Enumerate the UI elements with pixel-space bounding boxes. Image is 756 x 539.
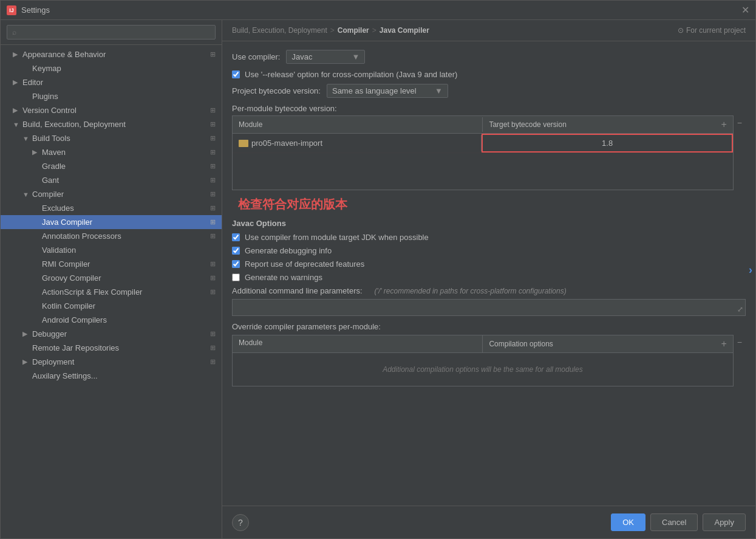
close-button[interactable]: ✕ (741, 4, 749, 16)
sidebar-item-keymap[interactable]: Keymap (1, 61, 222, 75)
repo-icon: ⊞ (210, 274, 216, 282)
for-project-label: ⊙ For current project (678, 26, 746, 35)
use-compiler-label: Use compiler: (232, 52, 280, 61)
sidebar-item-excludes[interactable]: Excludes ⊞ (1, 201, 222, 215)
repo-icon: ⊞ (210, 148, 216, 156)
release-option-checkbox[interactable] (232, 70, 240, 78)
option4-row: Generate no warnings (232, 273, 746, 282)
sidebar-item-debugger[interactable]: ▶ Debugger ⊞ (1, 327, 222, 341)
sidebar-item-kotlin[interactable]: Kotlin Compiler (1, 299, 222, 313)
sidebar-item-label: Gant (42, 176, 59, 185)
override-col2-header: Compilation options + (483, 335, 732, 352)
cmd-input[interactable] (232, 299, 746, 316)
compiler-select[interactable]: Javac ▼ (286, 50, 365, 64)
sidebar-item-android[interactable]: Android Compilers (1, 313, 222, 327)
repo-icon: ⊞ (210, 344, 216, 352)
option1-row: Use compiler from module target JDK when… (232, 233, 746, 242)
option2-label: Generate debugging info (245, 246, 332, 255)
sidebar-item-validation[interactable]: Validation (1, 243, 222, 257)
project-bytecode-label: Project bytecode version: (232, 86, 321, 95)
sidebar-item-label: Remote Jar Repositories (32, 343, 119, 352)
per-module-table-container: Module Target bytecode version + pro05-m… (232, 115, 734, 190)
annotation-text: 检查符合对应的版本 (232, 196, 746, 213)
sidebar: ▶ Appearance & Behavior ⊞ Keymap ▶ Edito… (1, 20, 222, 538)
sidebar-item-label: Version Control (22, 106, 77, 115)
sidebar-item-label: Excludes (42, 204, 74, 213)
use-compiler-row: Use compiler: Javac ▼ (232, 50, 746, 64)
bottom-bar: ? OK Cancel Apply (222, 506, 755, 538)
sidebar-item-label: Annotation Processors (42, 232, 121, 241)
breadcrumb-sep2: > (372, 26, 376, 35)
repo-icon: ⊞ (210, 288, 216, 296)
repo-icon: ⊞ (210, 50, 216, 58)
help-button[interactable]: ? (232, 514, 249, 531)
sidebar-item-annotation[interactable]: Annotation Processors ⊞ (1, 229, 222, 243)
sidebar-item-label: Kotlin Compiler (42, 301, 95, 311)
sidebar-item-build-execution[interactable]: ▼ Build, Execution, Deployment ⊞ (1, 117, 222, 131)
override-empty-hint: Additional compilation options will be t… (233, 353, 733, 386)
repo-icon: ⊞ (210, 232, 216, 240)
sidebar-item-remote-jar[interactable]: Remote Jar Repositories ⊞ (1, 341, 222, 355)
sidebar-item-editor[interactable]: ▶ Editor (1, 75, 222, 89)
sidebar-item-appearance[interactable]: ▶ Appearance & Behavior ⊞ (1, 47, 222, 61)
repo-icon: ⊞ (210, 260, 216, 268)
repo-icon: ⊞ (210, 218, 216, 226)
sidebar-item-version-control[interactable]: ▶ Version Control ⊞ (1, 103, 222, 117)
target-col-header: Target bytecode version + (483, 116, 732, 133)
remove-override-btn[interactable]: − (735, 336, 744, 348)
sidebar-item-groovy[interactable]: Groovy Compiler ⊞ (1, 271, 222, 285)
remove-module-btn[interactable]: − (735, 117, 744, 129)
sidebar-item-label: RMI Compiler (42, 259, 90, 269)
arrow-icon: ▶ (13, 50, 20, 58)
additional-cmd-row: Additional command line parameters: ('/'… (232, 286, 746, 295)
arrow-icon: ▶ (32, 148, 39, 156)
for-project-text: For current project (686, 26, 746, 35)
sidebar-item-label: ActionScript & Flex Compiler (42, 287, 142, 297)
sidebar-item-build-tools[interactable]: ▼ Build Tools ⊞ (1, 131, 222, 145)
sidebar-item-maven[interactable]: ▶ Maven ⊞ (1, 145, 222, 159)
breadcrumb-part2: Compiler (338, 26, 369, 35)
sidebar-item-label: Build Tools (32, 134, 70, 143)
search-input[interactable] (7, 25, 216, 39)
breadcrumb-part1: Build, Execution, Deployment (232, 26, 327, 35)
dropdown-arrow-icon: ▼ (429, 86, 443, 95)
ok-button[interactable]: OK (611, 513, 645, 531)
override-label-row: Override compiler parameters per-module: (232, 322, 746, 331)
option1-checkbox[interactable] (232, 233, 240, 241)
module-name: pro05-maven-import (251, 139, 322, 148)
module-version-cell: 1.8 (482, 134, 732, 153)
option4-checkbox[interactable] (232, 273, 240, 281)
repo-icon: ⊞ (210, 190, 216, 198)
override-table-area: Module Compilation options + Additional … (232, 335, 746, 386)
override-col2-label: Compilation options (489, 340, 553, 348)
sidebar-item-actionscript[interactable]: ActionScript & Flex Compiler ⊞ (1, 285, 222, 299)
sidebar-item-compiler[interactable]: ▼ Compiler ⊞ (1, 187, 222, 201)
project-bytecode-select[interactable]: Same as language level ▼ (327, 84, 448, 98)
expand-icon[interactable]: ⤢ (737, 305, 743, 314)
sidebar-item-auxilary[interactable]: Auxilary Settings... (1, 369, 222, 383)
arrow-icon: ▶ (22, 358, 30, 366)
sidebar-item-deployment[interactable]: ▶ Deployment ⊞ (1, 355, 222, 369)
sidebar-item-gant[interactable]: Gant ⊞ (1, 173, 222, 187)
compiler-value: Javac (291, 52, 312, 61)
project-icon: ⊙ (678, 26, 684, 35)
cancel-button[interactable]: Cancel (650, 513, 698, 531)
repo-icon: ⊞ (210, 358, 216, 366)
option4-label: Generate no warnings (245, 273, 322, 282)
sidebar-item-gradle[interactable]: Gradle ⊞ (1, 159, 222, 173)
add-override-btn[interactable]: + (721, 338, 726, 349)
repo-icon: ⊞ (210, 162, 216, 170)
option2-checkbox[interactable] (232, 247, 240, 255)
sidebar-item-plugins[interactable]: Plugins (1, 89, 222, 103)
sidebar-item-java-compiler[interactable]: Java Compiler ⊞ (1, 215, 222, 229)
javac-options-title: Javac Options (232, 219, 746, 228)
sidebar-item-label: Auxilary Settings... (32, 371, 98, 380)
add-module-btn[interactable]: + (721, 119, 726, 130)
per-module-label-row: Per-module bytecode version: (232, 104, 746, 113)
sidebar-item-rmi[interactable]: RMI Compiler ⊞ (1, 257, 222, 271)
repo-icon: ⊞ (210, 134, 216, 142)
option3-checkbox[interactable] (232, 260, 240, 268)
apply-button[interactable]: Apply (703, 513, 746, 531)
sidebar-item-label: Compiler (32, 190, 64, 199)
project-bytecode-row: Project bytecode version: Same as langua… (232, 84, 746, 98)
